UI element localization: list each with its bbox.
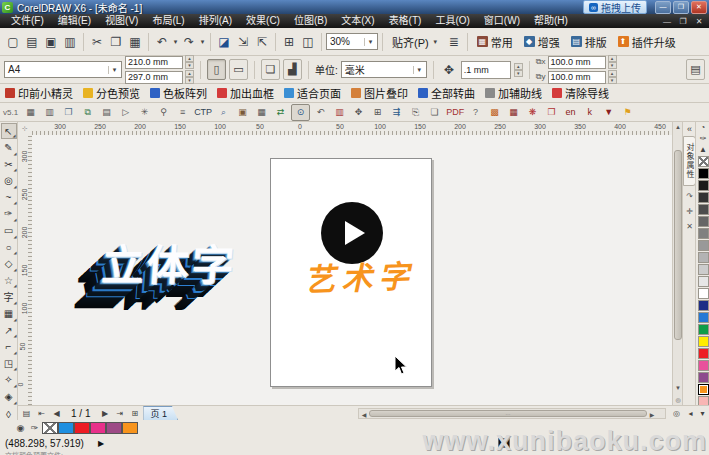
document-pages-icon[interactable]: ▤ bbox=[20, 409, 33, 418]
all-pages-button[interactable]: ❏ bbox=[261, 59, 280, 80]
k-icon[interactable]: k bbox=[581, 105, 598, 120]
first-page-button[interactable]: ⇤ bbox=[35, 409, 48, 418]
red-doc-icon[interactable]: ▥ bbox=[331, 105, 348, 120]
color-swatch[interactable] bbox=[698, 180, 709, 191]
prev-page-button[interactable]: ◀ bbox=[50, 409, 63, 418]
no-fill-swatch[interactable] bbox=[698, 156, 709, 167]
freehand-tool[interactable]: ~◢ bbox=[1, 189, 17, 205]
menu-item-6[interactable]: 位图(B) bbox=[287, 14, 334, 28]
recent-color-swatch[interactable] bbox=[58, 422, 74, 434]
scroll-right-icon[interactable]: ▶ bbox=[647, 410, 657, 420]
vertical-ruler[interactable]: 300250200150100500 bbox=[18, 135, 33, 405]
proof-colors-icon[interactable]: ◉ bbox=[14, 423, 27, 433]
copy-icon[interactable]: ❐ bbox=[107, 33, 125, 51]
color-swatch[interactable] bbox=[698, 264, 709, 275]
pdf-icon[interactable]: PDF bbox=[445, 105, 465, 120]
paper-preset-combo[interactable]: A4 ▾ bbox=[4, 61, 122, 78]
doc-minimize-button[interactable]: — bbox=[661, 17, 673, 26]
palette-scroll-up-icon[interactable]: ▲ bbox=[699, 144, 707, 155]
paper-height-field[interactable]: 297.0 mm bbox=[125, 71, 183, 84]
red-copy-icon[interactable]: ❐ bbox=[543, 105, 560, 120]
recent-color-swatch[interactable] bbox=[106, 422, 122, 434]
menu-item-9[interactable]: 工具(O) bbox=[428, 14, 476, 28]
copy-props-icon[interactable]: ❏ bbox=[426, 105, 443, 120]
pick-tool[interactable]: ↖◢ bbox=[1, 123, 17, 139]
close-docker-icon[interactable]: ✕ bbox=[686, 222, 693, 231]
menu-item-10[interactable]: 窗口(W) bbox=[477, 14, 527, 28]
palette-left-icon[interactable]: ◂ bbox=[684, 409, 697, 418]
add-page-button[interactable]: ⊞ bbox=[128, 409, 141, 418]
menu-item-1[interactable]: 编辑(E) bbox=[51, 14, 98, 28]
duplicate-x-spinner[interactable]: ▴▾ bbox=[608, 55, 617, 69]
color-swatch[interactable] bbox=[698, 372, 709, 383]
red-cells-icon[interactable]: ▦ bbox=[505, 105, 522, 120]
zoom-tool[interactable]: ◎◢ bbox=[1, 173, 17, 189]
smart-fill-tool[interactable]: ◈◢ bbox=[1, 389, 17, 405]
import-icon[interactable]: ⇲ bbox=[234, 33, 252, 51]
recent-color-swatch[interactable] bbox=[74, 422, 90, 434]
color-swatch[interactable] bbox=[698, 360, 709, 371]
eyedropper-tool[interactable]: ✧◢ bbox=[1, 372, 17, 388]
paper-height-spinner[interactable]: ▴▾ bbox=[185, 70, 194, 84]
lamp-icon[interactable]: ⚑ bbox=[619, 105, 636, 120]
menu-item-3[interactable]: 布局(L) bbox=[145, 14, 191, 28]
print-icon[interactable]: ▥ bbox=[61, 33, 79, 51]
node-edit-icon[interactable]: ⚲ bbox=[155, 105, 172, 120]
redo-icon[interactable]: ↷ bbox=[180, 33, 198, 51]
docker-collapse-button[interactable]: « bbox=[687, 124, 692, 134]
horizontal-scrollbar[interactable]: ◀ ⋯ ▶ bbox=[358, 408, 666, 419]
menu-item-0[interactable]: 文件(F) bbox=[4, 14, 51, 28]
recent-color-swatch[interactable] bbox=[90, 422, 106, 434]
shape-tool[interactable]: ✎◢ bbox=[1, 140, 17, 156]
corel-connect-button[interactable]: ▤ bbox=[686, 59, 705, 80]
table-tool[interactable]: ▦◢ bbox=[1, 306, 17, 322]
palette-down-icon[interactable]: ▾ bbox=[696, 409, 709, 418]
color-swatch[interactable] bbox=[698, 348, 709, 359]
recent-no-fill-swatch[interactable] bbox=[42, 422, 58, 434]
minimize-button[interactable]: — bbox=[655, 1, 671, 14]
nudge-field[interactable]: .1 mm bbox=[461, 61, 511, 79]
distribute-icon[interactable]: ⇶ bbox=[388, 105, 405, 120]
plugin-button-4[interactable]: 适合页面 bbox=[284, 85, 341, 101]
connector-tool[interactable]: ⌐◢ bbox=[1, 339, 17, 355]
custom-toolbar-button-2[interactable]: ▤排版 bbox=[566, 34, 612, 50]
group-pages-icon[interactable]: ⎘ bbox=[407, 105, 424, 120]
plugin-button-5[interactable]: 图片叠印 bbox=[351, 85, 408, 101]
en-icon[interactable]: en bbox=[562, 105, 579, 120]
current-page-button[interactable]: ▟ bbox=[283, 59, 302, 80]
horizontal-ruler[interactable]: 3002502001501005005010015020025030035040… bbox=[32, 122, 672, 136]
extrude-tool[interactable]: ◳◢ bbox=[1, 355, 17, 371]
doc-close-button[interactable]: ✕ bbox=[693, 17, 705, 26]
text-tool[interactable]: 字◢ bbox=[1, 289, 17, 305]
paper-width-spinner[interactable]: ▴▾ bbox=[185, 55, 194, 69]
dropdown-arrow-icon[interactable]: ▾ bbox=[172, 38, 179, 46]
plugin-button-3[interactable]: 加出血框 bbox=[217, 85, 274, 101]
new-document-icon[interactable]: ▢ bbox=[4, 33, 22, 51]
ctp-icon[interactable]: CTP bbox=[193, 105, 213, 120]
menu-item-4[interactable]: 排列(A) bbox=[192, 14, 239, 28]
ruler-origin-button[interactable]: ⊹ bbox=[18, 122, 33, 136]
color-swatch[interactable] bbox=[698, 228, 709, 239]
close-button[interactable]: ✕ bbox=[691, 1, 707, 14]
upload-button[interactable]: ∞ 拖拽上传 bbox=[583, 0, 647, 14]
options-icon[interactable]: ≣ bbox=[445, 33, 463, 51]
drawing-canvas[interactable]: 立体字 艺术字 bbox=[32, 135, 672, 405]
menu-item-11[interactable]: 帮助(H) bbox=[527, 14, 575, 28]
zoom-level-combo[interactable]: 30%▾ bbox=[326, 33, 378, 50]
plugin-button-6[interactable]: 全部转曲 bbox=[418, 85, 475, 101]
dropdown-arrow-icon[interactable]: ▾ bbox=[199, 38, 206, 46]
image-gear-icon[interactable]: ▣ bbox=[234, 105, 251, 120]
duplicate-y-spinner[interactable]: ▴▾ bbox=[608, 70, 617, 84]
plugin-button-2[interactable]: 色板阵列 bbox=[150, 85, 207, 101]
help-icon[interactable]: ? bbox=[467, 105, 484, 120]
color-swatch[interactable] bbox=[698, 192, 709, 203]
pages-icon[interactable]: ▥ bbox=[41, 105, 58, 120]
select-nodes-icon[interactable]: ⊙ bbox=[291, 104, 310, 121]
color-swatch[interactable] bbox=[698, 204, 709, 215]
color-swatch[interactable] bbox=[698, 216, 709, 227]
color-swatch[interactable] bbox=[698, 312, 709, 323]
custom-toolbar-button-0[interactable]: ▦常用 bbox=[472, 34, 518, 50]
scroll-left-icon[interactable]: ◀ bbox=[359, 410, 369, 420]
basic-shapes-tool[interactable]: ☆◢ bbox=[1, 272, 17, 288]
portrait-button[interactable]: ▯ bbox=[207, 59, 226, 80]
